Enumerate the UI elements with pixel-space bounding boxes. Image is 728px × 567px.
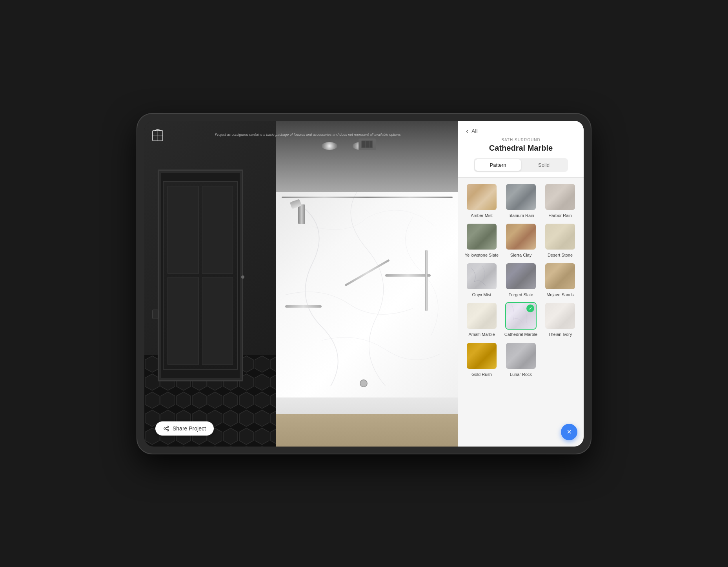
swatch-item-amalfi-marble[interactable]: Amalfi Marble [464, 302, 499, 337]
svg-line-8 [166, 429, 167, 430]
close-icon: × [567, 427, 571, 436]
shower-rod [282, 197, 453, 198]
swatch-item-amber-mist[interactable]: Amber Mist [464, 183, 499, 218]
swatch-img-lunar-rock [505, 342, 537, 370]
swatch-img-theian-ivory [544, 302, 576, 330]
swatch-img-forged-slate [505, 263, 537, 290]
shower-head [298, 204, 305, 224]
swatch-label-mojave-sands: Mojave Sands [546, 292, 574, 297]
swatch-label-sierra-clay: Sierra Clay [510, 252, 531, 258]
swatch-label-onyx-mist: Onyx Mist [472, 292, 491, 297]
shower-area [276, 121, 458, 447]
category-label: BATH SURROUND [466, 138, 576, 142]
tablet-frame: Project as configured contains a basic p… [136, 113, 592, 454]
swatch-item-onyx-mist[interactable]: Onyx Mist [464, 263, 499, 297]
tab-solid[interactable]: Solid [521, 159, 567, 171]
share-project-button[interactable]: Share Project [155, 421, 214, 436]
swatch-item-titanium-rain[interactable]: Titanium Rain [504, 183, 538, 218]
swatch-item-forged-slate[interactable]: Forged Slate [504, 263, 538, 297]
bathroom-scene [144, 121, 458, 447]
swatch-img-amalfi-marble [466, 302, 497, 330]
tab-pattern[interactable]: Pattern [475, 159, 521, 171]
svg-point-5 [167, 426, 169, 427]
swatch-img-harbor-rain [544, 183, 576, 211]
back-nav: ‹ All [466, 127, 576, 135]
swatch-item-sierra-clay[interactable]: Sierra Clay [504, 223, 538, 258]
swatch-texture-titanium-rain [506, 184, 536, 210]
swatch-item-yellowstone-slate[interactable]: Yellowstone Slate [464, 223, 499, 258]
viz-panel: Project as configured contains a basic p… [144, 121, 458, 447]
swatch-item-lunar-rock[interactable]: Lunar Rock [504, 342, 538, 377]
swatch-label-yellowstone-slate: Yellowstone Slate [465, 252, 499, 258]
disclaimer-text: Project as configured contains a basic p… [165, 133, 452, 137]
swatch-img-mojave-sands [544, 263, 576, 290]
swatch-item-gold-rush[interactable]: Gold Rush [464, 342, 499, 377]
svg-point-7 [167, 429, 169, 431]
swatch-img-cathedral-marble: ✓ [505, 302, 537, 330]
door-frame [158, 170, 243, 381]
back-arrow-icon[interactable]: ‹ [466, 127, 468, 135]
swatch-texture-gold-rush [467, 343, 497, 369]
swatch-texture-harbor-rain [545, 184, 575, 210]
close-fab-button[interactable]: × [561, 424, 577, 440]
config-header: ‹ All BATH SURROUND Cathedral Marble Pat… [458, 121, 584, 178]
swatch-item-desert-stone[interactable]: Desert Stone [543, 223, 577, 258]
grab-bar-horizontal-1 [385, 274, 431, 277]
door-knob [241, 275, 244, 279]
svg-line-9 [166, 427, 167, 428]
wall-switch [152, 310, 158, 319]
swatch-label-desert-stone: Desert Stone [548, 252, 573, 258]
share-icon [163, 425, 169, 432]
swatch-label-lunar-rock: Lunar Rock [510, 372, 532, 377]
shower-walls [276, 192, 458, 397]
swatch-label-forged-slate: Forged Slate [509, 292, 533, 297]
bath-mat [276, 414, 458, 447]
config-panel: ‹ All BATH SURROUND Cathedral Marble Pat… [458, 121, 584, 447]
swatch-label-cathedral-marble: Cathedral Marble [504, 332, 537, 337]
swatch-texture-amber-mist [467, 184, 497, 210]
back-label[interactable]: All [471, 128, 478, 134]
swatch-label-gold-rush: Gold Rush [471, 372, 492, 377]
room-left [144, 121, 276, 447]
share-label: Share Project [173, 425, 206, 432]
swatch-item-harbor-rain[interactable]: Harbor Rain [543, 183, 577, 218]
viz-top-bar: Project as configured contains a basic p… [144, 121, 458, 148]
swatch-texture-sierra-clay [506, 224, 536, 250]
grab-bar-horizontal-2 [285, 305, 322, 308]
swatch-img-desert-stone [544, 223, 576, 250]
swatch-item-mojave-sands[interactable]: Mojave Sands [543, 263, 577, 297]
swatch-label-amber-mist: Amber Mist [471, 213, 493, 218]
swatch-texture-amalfi-marble [467, 303, 497, 329]
product-title: Cathedral Marble [466, 144, 576, 153]
tab-toggle: Pattern Solid [474, 158, 568, 172]
swatch-texture-mojave-sands [545, 263, 575, 289]
swatch-img-titanium-rain [505, 183, 537, 211]
swatch-label-amalfi-marble: Amalfi Marble [468, 332, 495, 337]
swatches-grid: Amber Mist Titanium Rain Harbor Rain [458, 178, 584, 423]
swatch-texture-yellowstone-slate [467, 224, 497, 250]
swatch-img-amber-mist [466, 183, 497, 211]
swatch-label-titanium-rain: Titanium Rain [508, 213, 534, 218]
swatch-texture-lunar-rock [506, 343, 536, 369]
door-area [158, 170, 243, 381]
swatch-item-cathedral-marble[interactable]: ✓ Cathedral Marble [504, 302, 538, 337]
swatch-texture-onyx-mist [467, 263, 497, 289]
swatch-texture-forged-slate [506, 263, 536, 289]
swatch-img-yellowstone-slate [466, 223, 497, 250]
window-icon [151, 126, 165, 143]
swatch-texture-desert-stone [545, 224, 575, 250]
svg-point-6 [164, 428, 166, 429]
grab-bar-vertical [425, 250, 428, 312]
swatch-img-sierra-clay [505, 223, 537, 250]
swatch-img-onyx-mist [466, 263, 497, 290]
swatch-texture-theian-ivory [545, 303, 575, 329]
tablet-screen: Project as configured contains a basic p… [144, 121, 584, 447]
swatch-img-gold-rush [466, 342, 497, 370]
swatch-item-theian-ivory[interactable]: Theian Ivory [543, 302, 577, 337]
swatch-label-harbor-rain: Harbor Rain [548, 213, 571, 218]
swatch-label-theian-ivory: Theian Ivory [548, 332, 572, 337]
shower-drain [360, 379, 368, 387]
